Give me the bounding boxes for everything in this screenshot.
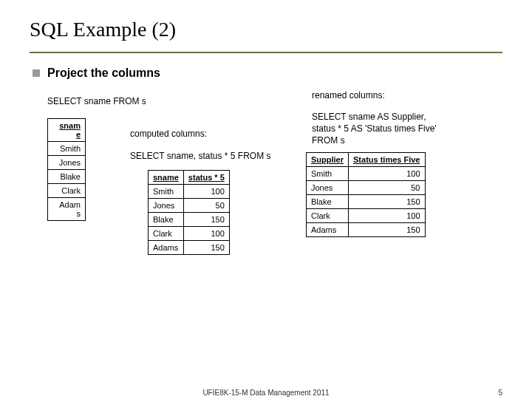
computed-columns-label: computed columns: [130,129,207,139]
table-renamed: Supplier Status times Five Smith100 Jone… [306,152,426,237]
table-row: Smith [48,142,86,156]
slide-title: SQL Example (2) [30,18,502,47]
table-row: Clark100 [307,209,426,223]
footer-center: UFIE8K-15-M Data Management 2011 [0,389,532,397]
table-row: Clark [48,184,86,198]
table-row: Adams150 [307,223,426,237]
content-area: SELECT sname FROM s renamed columns: SEL… [47,90,502,371]
table-computed-h1: sname [149,171,184,185]
footer-page-number: 5 [498,389,502,397]
table-computed: sname status * 5 Smith100 Jones50 Blake1… [148,170,230,255]
table-row: Smith100 [149,185,230,199]
bullet-square-icon [33,69,40,77]
table-row: Blake150 [307,195,426,209]
bullet-text: Project the columns [47,66,160,80]
table-renamed-h1: Supplier [307,153,349,167]
bullet-row: Project the columns [33,66,502,80]
table-sname: snam e Smith Jones Blake Clark Adam s [47,118,86,221]
select-sname-text: SELECT sname FROM s [47,96,146,106]
slide: SQL Example (2) Project the columns SELE… [0,0,532,371]
title-rule [30,52,502,53]
table-row: Adams150 [149,241,230,255]
select-renamed-text: SELECT sname AS Supplier, status * 5 AS … [312,111,437,147]
table-row: Blake150 [149,213,230,227]
table-row: Jones50 [307,181,426,195]
table-row: Clark100 [149,227,230,241]
table-row: Blake [48,170,86,184]
table-computed-h2: status * 5 [183,171,229,185]
renamed-columns-label: renamed columns: [312,90,385,100]
table-row: Smith100 [307,167,426,181]
table-row: Jones [48,156,86,170]
table-row: Adam s [48,198,86,221]
table-sname-header: snam e [48,119,86,142]
table-row: Jones50 [149,199,230,213]
table-renamed-h2: Status times Five [349,153,425,167]
select-computed-text: SELECT sname, status * 5 FROM s [130,151,271,161]
